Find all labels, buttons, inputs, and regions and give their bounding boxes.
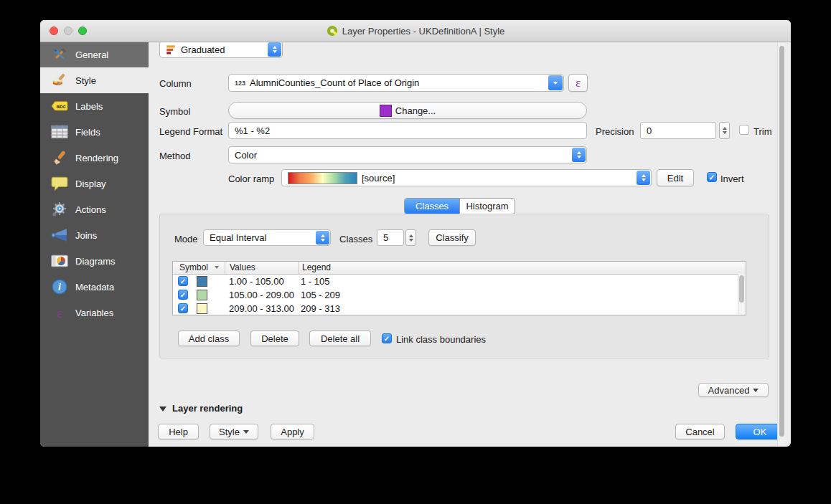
zoom-button[interactable] bbox=[78, 27, 87, 35]
sidebar-item-label: Actions bbox=[75, 204, 106, 215]
combo-stepper-icon[interactable] bbox=[637, 171, 650, 185]
edit-ramp-button[interactable]: Edit bbox=[657, 169, 694, 186]
dialog-scrollbar[interactable] bbox=[777, 42, 785, 446]
sidebar-item-display[interactable]: Display bbox=[40, 171, 149, 196]
sort-indicator-icon bbox=[215, 266, 219, 269]
header-legend[interactable]: Legend bbox=[302, 262, 331, 272]
class-color-swatch[interactable] bbox=[197, 303, 207, 314]
sidebar-item-variables[interactable]: εVariables bbox=[40, 300, 149, 325]
metadata-icon: i bbox=[50, 278, 69, 295]
joins-icon bbox=[50, 227, 69, 244]
symbol-label: Symbol bbox=[159, 106, 190, 117]
sidebar-item-style[interactable]: Style bbox=[40, 67, 149, 93]
precision-stepper[interactable] bbox=[719, 122, 730, 139]
classes-table-header: Symbol Values Legend bbox=[173, 262, 746, 275]
precision-input[interactable]: 0 bbox=[640, 122, 716, 139]
sidebar-item-label: Metadata bbox=[75, 282, 114, 293]
labels-icon: abc bbox=[50, 98, 69, 115]
variables-icon: ε bbox=[50, 304, 69, 321]
method-combo[interactable]: Color bbox=[228, 146, 587, 163]
class-values: 209.00 - 313.00 bbox=[229, 303, 294, 314]
sidebar-item-label: Labels bbox=[75, 101, 103, 112]
classes-count-input[interactable]: 5 bbox=[377, 229, 404, 246]
sidebar-item-actions[interactable]: Actions bbox=[40, 196, 149, 222]
combo-stepper-icon[interactable] bbox=[316, 231, 329, 244]
combo-stepper-icon[interactable] bbox=[268, 42, 281, 57]
sidebar-item-joins[interactable]: Joins bbox=[40, 222, 149, 248]
header-symbol[interactable]: Symbol bbox=[179, 262, 208, 272]
column-combo[interactable]: 123 AlumniCounties_Count of Place of Ori… bbox=[228, 74, 564, 92]
sidebar-item-diagrams[interactable]: Diagrams bbox=[40, 248, 149, 274]
rendering-icon bbox=[50, 149, 69, 166]
class-color-swatch[interactable] bbox=[197, 290, 207, 300]
delete-all-button[interactable]: Delete all bbox=[309, 331, 371, 346]
screen: Layer Properties - UKDefinitionA | Style… bbox=[0, 0, 831, 504]
layer-rendering-header[interactable]: Layer rendering bbox=[172, 403, 243, 414]
trim-checkbox[interactable] bbox=[739, 125, 749, 135]
link-class-boundaries-checkbox[interactable] bbox=[382, 333, 392, 343]
sidebar-item-label: Rendering bbox=[75, 153, 118, 163]
table-scrollbar[interactable] bbox=[738, 274, 746, 315]
class-legend: 209 - 313 bbox=[301, 303, 340, 314]
advanced-button[interactable]: Advanced bbox=[698, 383, 769, 397]
symbol-change-button[interactable]: Change... bbox=[228, 102, 587, 119]
tab-classes[interactable]: Classes bbox=[405, 199, 459, 214]
help-button[interactable]: Help bbox=[158, 424, 199, 439]
caret-down-icon bbox=[753, 389, 759, 392]
header-values[interactable]: Values bbox=[230, 262, 255, 272]
color-ramp-combo[interactable]: [source] bbox=[281, 169, 652, 186]
actions-icon bbox=[50, 201, 69, 218]
expression-button[interactable]: ε bbox=[568, 74, 588, 92]
sidebar-item-label: Variables bbox=[75, 308, 113, 318]
classes-table-body: 1.00 - 105.001 - 105105.00 - 209.00105 -… bbox=[173, 275, 746, 315]
svg-text:abc: abc bbox=[56, 103, 66, 110]
color-ramp-swatch bbox=[288, 172, 357, 184]
graduated-icon bbox=[166, 44, 177, 55]
sidebar-item-rendering[interactable]: Rendering bbox=[40, 145, 149, 171]
class-row[interactable]: 1.00 - 105.001 - 105 bbox=[173, 275, 746, 288]
precision-label: Precision bbox=[596, 126, 634, 137]
disclosure-triangle-icon[interactable] bbox=[159, 406, 166, 412]
dialog-scrollbar-thumb[interactable] bbox=[779, 46, 784, 437]
dropdown-arrow-icon[interactable] bbox=[548, 75, 563, 90]
mode-combo[interactable]: Equal Interval bbox=[203, 229, 331, 246]
tab-histogram[interactable]: Histogram bbox=[459, 199, 515, 214]
layer-properties-dialog: Layer Properties - UKDefinitionA | Style… bbox=[40, 20, 791, 447]
classes-count-stepper[interactable] bbox=[405, 229, 416, 246]
close-button[interactable] bbox=[50, 27, 58, 35]
combo-stepper-icon[interactable] bbox=[572, 148, 586, 162]
add-class-button[interactable]: Add class bbox=[178, 331, 240, 346]
class-visibility-checkbox[interactable] bbox=[178, 290, 188, 300]
invert-label: Invert bbox=[720, 173, 744, 184]
legend-format-input[interactable]: %1 - %2 bbox=[228, 122, 587, 139]
cancel-button[interactable]: Cancel bbox=[675, 424, 725, 439]
class-values: 105.00 - 209.00 bbox=[229, 290, 294, 300]
delete-button[interactable]: Delete bbox=[250, 331, 299, 346]
style-icon bbox=[50, 72, 69, 89]
renderer-type-combo[interactable]: Graduated bbox=[159, 41, 283, 58]
class-visibility-checkbox[interactable] bbox=[178, 303, 188, 313]
mode-label: Mode bbox=[174, 234, 198, 244]
sidebar-item-label: General bbox=[75, 49, 108, 60]
sidebar-item-metadata[interactable]: iMetadata bbox=[40, 274, 149, 300]
class-visibility-checkbox[interactable] bbox=[178, 276, 188, 286]
titlebar[interactable]: Layer Properties - UKDefinitionA | Style bbox=[40, 20, 791, 42]
sidebar-item-label: Diagrams bbox=[75, 256, 116, 267]
table-scrollbar-thumb[interactable] bbox=[739, 275, 744, 303]
svg-text:i: i bbox=[58, 281, 61, 293]
qgis-icon bbox=[327, 25, 338, 37]
classify-button[interactable]: Classify bbox=[428, 229, 476, 246]
sidebar-item-labels[interactable]: abcLabels bbox=[40, 93, 149, 119]
sidebar-item-general[interactable]: General bbox=[40, 42, 149, 67]
class-color-swatch[interactable] bbox=[197, 276, 207, 287]
style-menu-button[interactable]: Style bbox=[210, 424, 258, 439]
apply-button[interactable]: Apply bbox=[271, 424, 314, 439]
svg-text:ε: ε bbox=[56, 305, 62, 320]
invert-checkbox[interactable] bbox=[707, 172, 717, 182]
class-row[interactable]: 209.00 - 313.00209 - 313 bbox=[173, 302, 746, 315]
minimize-button[interactable] bbox=[64, 27, 72, 35]
color-ramp-label: Color ramp bbox=[228, 173, 274, 184]
window-title: Layer Properties - UKDefinitionA | Style bbox=[105, 20, 726, 42]
class-row[interactable]: 105.00 - 209.00105 - 209 bbox=[173, 288, 746, 302]
sidebar-item-fields[interactable]: Fields bbox=[40, 119, 149, 145]
